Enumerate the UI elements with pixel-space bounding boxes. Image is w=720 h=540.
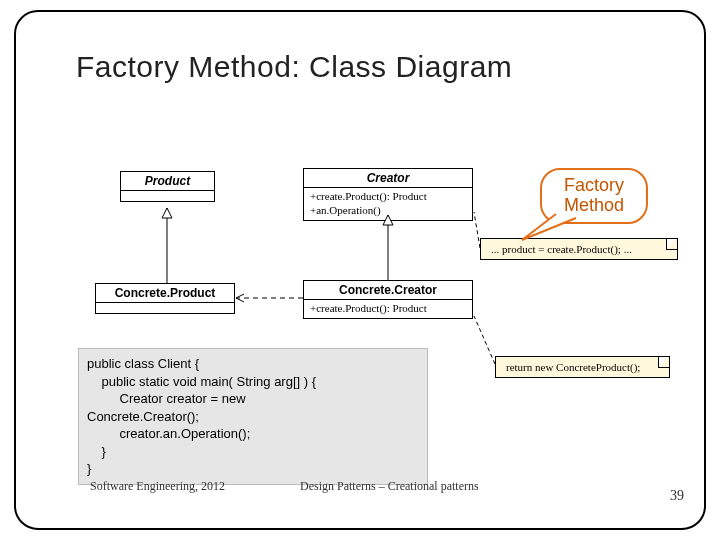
note-operation-text: ... product = create.Product(); ... — [491, 243, 632, 255]
uml-creator-op2: +an.Operation() — [310, 204, 466, 218]
uml-concrete-product: Concrete.Product — [95, 283, 235, 314]
uml-product: Product — [120, 171, 215, 202]
uml-product-name: Product — [121, 172, 214, 191]
footer-center: Design Patterns – Creational patterns — [300, 479, 479, 494]
uml-creator: Creator +create.Product(): Product +an.O… — [303, 168, 473, 221]
callout-line2: Method — [564, 196, 624, 216]
uml-creator-op1: +create.Product(): Product — [310, 190, 466, 204]
uml-concrete-product-name: Concrete.Product — [96, 284, 234, 303]
note-create-product: return new ConcreteProduct(); — [495, 356, 670, 378]
footer-left: Software Engineering, 2012 — [90, 479, 225, 494]
uml-concrete-creator-name: Concrete.Creator — [304, 281, 472, 300]
note-operation: ... product = create.Product(); ... — [480, 238, 678, 260]
page-number: 39 — [670, 488, 684, 504]
slide-title: Factory Method: Class Diagram — [76, 50, 512, 84]
uml-concrete-creator: Concrete.Creator +create.Product(): Prod… — [303, 280, 473, 319]
client-code: public class Client { public static void… — [78, 348, 428, 485]
uml-concrete-creator-op1: +create.Product(): Product — [310, 302, 466, 316]
callout-factory-method: Factory Method — [540, 168, 648, 224]
uml-creator-name: Creator — [304, 169, 472, 188]
callout-line1: Factory — [564, 176, 624, 196]
note-create-product-text: return new ConcreteProduct(); — [506, 361, 640, 373]
